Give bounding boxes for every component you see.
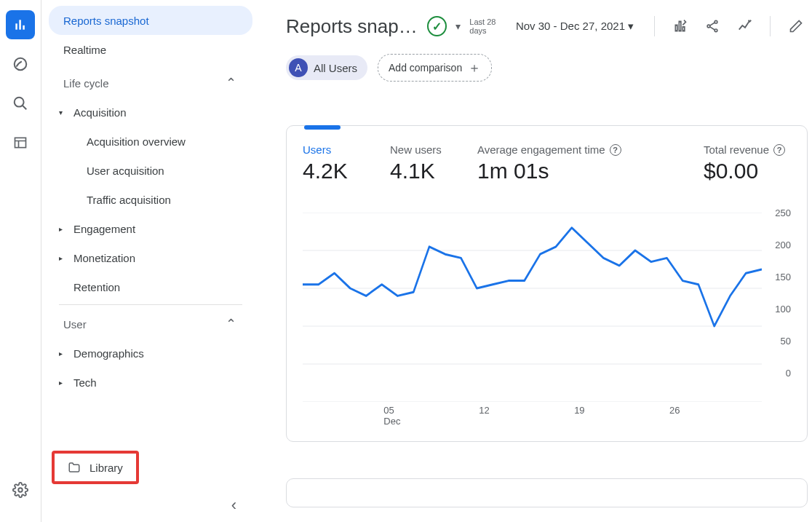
- side-navigation: Reports snapshot Realtime Life cycle ⌃ ▾…: [41, 0, 260, 522]
- x-tick: 19: [571, 405, 666, 427]
- separator: [770, 16, 771, 36]
- divider: [59, 304, 242, 305]
- svg-rect-7: [675, 25, 677, 31]
- y-tick: 150: [775, 272, 791, 282]
- share-icon[interactable]: [701, 14, 725, 39]
- nav-engagement[interactable]: ▸ Engagement: [49, 214, 252, 243]
- section-life-cycle[interactable]: Life cycle ⌃: [49, 68, 252, 98]
- svg-rect-2: [23, 25, 25, 30]
- card-stub: [286, 478, 808, 507]
- tree-label: Retention: [73, 281, 120, 293]
- svg-rect-5: [15, 138, 26, 147]
- chevron-up-icon: ⌃: [226, 75, 236, 91]
- metric-label: New users: [390, 143, 457, 156]
- metric-total-revenue[interactable]: Total revenue? $0.00: [704, 143, 791, 183]
- library-button[interactable]: Library: [52, 451, 139, 484]
- main-panel: Reports snaps... ✓ ▾ Last 28 days Nov 30…: [260, 0, 812, 522]
- metric-label: Total revenue?: [704, 143, 791, 156]
- rail-explore-icon[interactable]: [6, 50, 35, 79]
- nav-retention[interactable]: Retention: [49, 272, 252, 301]
- rail-ads-icon[interactable]: [6, 89, 35, 118]
- metric-avg-engagement[interactable]: Average engagement time? 1m 01s: [477, 143, 666, 183]
- chart: 050100150200250: [303, 213, 791, 402]
- plus-icon: ＋: [468, 59, 481, 76]
- caret-right-icon: ▸: [59, 379, 63, 387]
- y-tick: 0: [786, 368, 791, 379]
- segment-badge-text: All Users: [314, 62, 357, 74]
- chart-plot[interactable]: [303, 213, 762, 402]
- x-axis: 05Dec121926: [303, 405, 791, 427]
- rail-reports-icon[interactable]: [6, 10, 35, 39]
- section-label: Life cycle: [63, 77, 109, 90]
- metric-label: Average engagement time?: [477, 143, 646, 156]
- section-user[interactable]: User ⌃: [49, 309, 252, 339]
- svg-rect-8: [679, 21, 681, 31]
- svg-point-12: [715, 29, 717, 32]
- section-label: User: [63, 318, 87, 331]
- edit-icon[interactable]: [784, 14, 808, 39]
- nav-traffic-acquisition[interactable]: Traffic acquisition: [49, 185, 252, 214]
- nav-monetization[interactable]: ▸ Monetization: [49, 243, 252, 272]
- icon-rail: [0, 0, 41, 522]
- y-tick: 100: [775, 304, 791, 315]
- svg-point-10: [707, 25, 710, 28]
- y-tick: 200: [775, 240, 791, 250]
- tree-label: Acquisition: [73, 106, 127, 119]
- segment-badge-letter: A: [289, 58, 308, 77]
- nav-realtime[interactable]: Realtime: [49, 35, 252, 64]
- title-dropdown[interactable]: ▾: [455, 20, 461, 32]
- add-comparison-button[interactable]: Add comparison ＋: [378, 54, 492, 82]
- date-range-picker[interactable]: Last 28 days Nov 30 - Dec 27, 2021 ▾: [469, 17, 641, 35]
- status-check-icon[interactable]: ✓: [427, 16, 447, 36]
- metric-value: 4.1K: [390, 159, 457, 183]
- metric-users[interactable]: Users 4.2K: [303, 143, 390, 183]
- metric-value: $0.00: [704, 159, 791, 183]
- date-range-value: Nov 30 - Dec 27, 2021 ▾: [516, 20, 634, 33]
- caret-right-icon: ▸: [59, 254, 63, 262]
- svg-point-3: [15, 58, 27, 71]
- help-icon[interactable]: ?: [773, 144, 785, 156]
- svg-rect-9: [682, 27, 685, 31]
- page-title: Reports snaps...: [286, 15, 418, 38]
- tree-label: Engagement: [73, 223, 135, 235]
- svg-rect-1: [19, 20, 21, 29]
- nav-user-acquisition[interactable]: User acquisition: [49, 156, 252, 185]
- segment-row: A All Users Add comparison ＋: [286, 54, 808, 82]
- date-range-label: Last 28 days: [469, 17, 509, 35]
- nav-acquisition-overview[interactable]: Acquisition overview: [49, 127, 252, 156]
- caret-right-icon: ▸: [59, 225, 63, 233]
- nav-demographics[interactable]: ▸ Demographics: [49, 339, 252, 368]
- folder-icon: [68, 461, 81, 474]
- tree-label: Tech: [73, 376, 97, 389]
- x-tick: 26: [666, 405, 762, 427]
- help-icon[interactable]: ?: [610, 144, 621, 156]
- y-axis: 050100150200250: [762, 213, 791, 402]
- svg-rect-0: [15, 23, 17, 29]
- x-tick: 12: [476, 405, 571, 427]
- caret-down-icon: ▾: [59, 108, 63, 116]
- tree-label: Monetization: [73, 252, 135, 264]
- y-tick: 50: [781, 336, 791, 347]
- customize-icon[interactable]: [668, 14, 692, 39]
- nav-reports-snapshot[interactable]: Reports snapshot: [49, 6, 252, 35]
- metrics-row: Users 4.2K New users 4.1K Average engage…: [303, 143, 791, 183]
- metric-label: Users: [303, 143, 370, 156]
- add-comparison-label: Add comparison: [389, 62, 462, 74]
- header-row: Reports snaps... ✓ ▾ Last 28 days Nov 30…: [286, 10, 808, 42]
- y-tick: 250: [775, 207, 791, 218]
- metric-value: 1m 01s: [477, 159, 646, 183]
- collapse-nav-button[interactable]: ‹: [231, 496, 236, 515]
- metric-new-users[interactable]: New users 4.1K: [390, 143, 477, 183]
- segment-all-users[interactable]: A All Users: [286, 55, 367, 80]
- separator: [654, 16, 655, 36]
- rail-config-icon[interactable]: [6, 128, 35, 157]
- active-tab-indicator: [304, 125, 341, 130]
- svg-point-4: [15, 98, 24, 107]
- caret-right-icon: ▸: [59, 349, 63, 357]
- insights-icon[interactable]: [733, 14, 757, 39]
- nav-tech[interactable]: ▸ Tech: [49, 368, 252, 397]
- x-tick: 05Dec: [381, 405, 476, 427]
- settings-icon[interactable]: [6, 475, 35, 505]
- overview-card: Users 4.2K New users 4.1K Average engage…: [286, 125, 808, 442]
- nav-acquisition[interactable]: ▾ Acquisition: [49, 98, 252, 127]
